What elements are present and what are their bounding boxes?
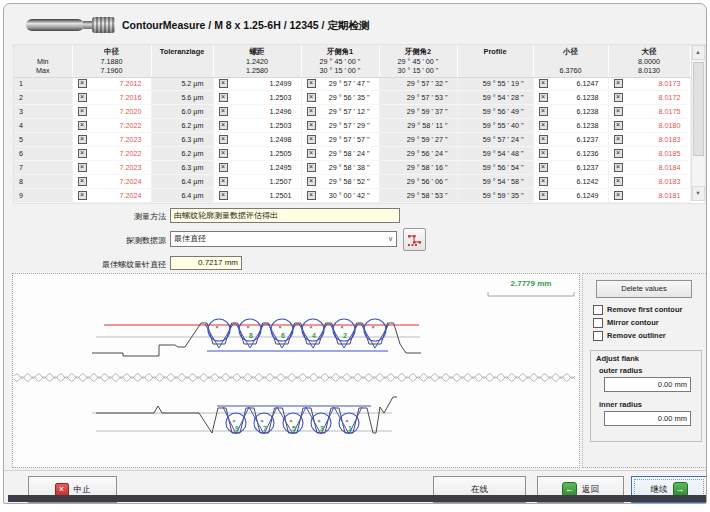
scroll-down-icon[interactable]: ▼ bbox=[692, 186, 705, 201]
checkbox-checked[interactable]: × bbox=[78, 163, 87, 172]
checkbox-checked[interactable]: × bbox=[539, 149, 548, 158]
table-row[interactable]: 2×7.20165.6 µm×1.2503×29 ° 56 ' 35 "29 °… bbox=[14, 91, 690, 105]
option-checkbox[interactable]: Remove first contour bbox=[593, 303, 682, 316]
measured-value: 6.1242 bbox=[577, 177, 608, 186]
measured-value: 5.6 µm bbox=[181, 93, 212, 102]
checkbox-checked[interactable]: × bbox=[219, 93, 228, 102]
table-row[interactable]: 5×7.20236.3 µm×1.2498×29 ° 57 ' 57 "29 °… bbox=[14, 133, 690, 147]
table-row[interactable]: 7×7.20236.3 µm×1.2495×29 ° 58 ' 38 "29 °… bbox=[14, 161, 690, 175]
column-header[interactable]: 螺距1.24201.2580 bbox=[213, 45, 301, 77]
option-checkbox[interactable]: Mirror contour bbox=[593, 316, 682, 329]
checkbox-checked[interactable]: × bbox=[78, 135, 87, 144]
checkbox-checked[interactable]: × bbox=[219, 121, 228, 130]
checkbox-checked[interactable]: × bbox=[614, 191, 623, 200]
column-header[interactable]: 牙侧角229 ° 45 ' 00 "30 ° 15 ' 00 " bbox=[379, 45, 457, 77]
measured-value: 29 ° 59 ' 27 " bbox=[407, 135, 457, 144]
column-header[interactable]: 牙侧角129 ° 45 ' 00 "30 ° 15 ' 00 " bbox=[301, 45, 379, 77]
checkbox-checked[interactable]: × bbox=[219, 79, 228, 88]
source-dropdown[interactable]: 最佳直径 ∨ bbox=[170, 231, 397, 247]
checkbox-checked[interactable]: × bbox=[539, 93, 548, 102]
checkbox-checked[interactable]: × bbox=[307, 191, 316, 200]
table-row[interactable]: 4×7.20226.2 µm×1.2503×29 ° 57 ' 29 "29 °… bbox=[14, 119, 690, 133]
checkbox-checked[interactable]: × bbox=[614, 79, 623, 88]
checkbox-checked[interactable]: × bbox=[78, 79, 87, 88]
checkbox-checked[interactable]: × bbox=[307, 135, 316, 144]
checkbox-checked[interactable]: × bbox=[539, 177, 548, 186]
checkbox-checked[interactable]: × bbox=[614, 93, 623, 102]
abort-label: 中止 bbox=[74, 484, 91, 496]
profile-points-button[interactable] bbox=[403, 228, 426, 251]
outer-radius-input[interactable]: 0.00 mm bbox=[604, 377, 691, 392]
checkbox-checked[interactable]: × bbox=[307, 177, 316, 186]
checkbox-checked[interactable]: × bbox=[614, 163, 623, 172]
checkbox-checked[interactable]: × bbox=[219, 177, 228, 186]
table-scrollbar[interactable]: ▲ ▼ bbox=[691, 45, 705, 201]
checkbox-checked[interactable]: × bbox=[307, 149, 316, 158]
checkbox-checked[interactable]: × bbox=[78, 177, 87, 186]
checkbox-checked[interactable]: × bbox=[78, 191, 87, 200]
measured-value: 29 ° 57 ' 32 " bbox=[407, 79, 457, 88]
checkbox-checked[interactable]: × bbox=[219, 149, 228, 158]
contour-plot-area: ××8×6×4×2××9×7×5×3×12.7779 mm bbox=[12, 273, 580, 468]
checkbox-checked[interactable]: × bbox=[614, 149, 623, 158]
checkbox-checked[interactable]: × bbox=[307, 93, 316, 102]
checkbox-checked[interactable]: × bbox=[539, 121, 548, 130]
method-field[interactable]: 由螺纹轮廓测量数据评估得出 bbox=[170, 208, 400, 223]
table-row[interactable]: 9×7.20246.4 µm×1.2501×30 ° 00 ' 42 "29 °… bbox=[14, 189, 690, 203]
wire-diameter-field[interactable]: 0.7217 mm bbox=[170, 256, 242, 270]
adjust-flank-title: Adjust flank bbox=[596, 354, 639, 363]
column-header[interactable]: 大径8.00008.0130 bbox=[608, 45, 690, 77]
column-header[interactable]: Profile bbox=[457, 45, 533, 77]
checkbox-checked[interactable]: × bbox=[539, 135, 548, 144]
measured-value: 1.2501 bbox=[270, 191, 301, 200]
table-row[interactable]: 8×7.20246.4 µm×1.2507×29 ° 58 ' 52 "29 °… bbox=[14, 175, 690, 189]
checkbox-checked[interactable]: × bbox=[539, 191, 548, 200]
contour-plot: ××8×6×4×2××9×7×5×3×12.7779 mm bbox=[13, 274, 577, 465]
checkbox-unchecked-icon[interactable] bbox=[593, 318, 603, 328]
scroll-up-icon[interactable]: ▲ bbox=[692, 45, 705, 60]
row-number: 6 bbox=[14, 149, 23, 158]
checkbox-checked[interactable]: × bbox=[539, 79, 548, 88]
checkbox-checked[interactable]: × bbox=[78, 93, 87, 102]
option-checkbox[interactable]: Remove outliner bbox=[593, 329, 682, 342]
checkbox-checked[interactable]: × bbox=[219, 163, 228, 172]
checkbox-checked[interactable]: × bbox=[78, 107, 87, 116]
checkbox-checked[interactable]: × bbox=[614, 177, 623, 186]
measured-value: 29 ° 59 ' 37 " bbox=[407, 107, 457, 116]
scale-label: 2.7779 mm bbox=[511, 279, 552, 288]
checkbox-checked[interactable]: × bbox=[539, 163, 548, 172]
checkbox-checked[interactable]: × bbox=[614, 107, 623, 116]
checkbox-checked[interactable]: × bbox=[219, 135, 228, 144]
checkbox-unchecked-icon[interactable] bbox=[593, 331, 603, 341]
checkbox-checked[interactable]: × bbox=[219, 107, 228, 116]
checkbox-checked[interactable]: × bbox=[307, 163, 316, 172]
column-header[interactable]: 中径7.18807.1960 bbox=[72, 45, 151, 77]
scrollbar-thumb[interactable] bbox=[693, 62, 704, 156]
table-row[interactable]: 6×7.20226.2 µm×1.2505×29 ° 58 ' 24 "29 °… bbox=[14, 147, 690, 161]
measured-value: 8.0183 bbox=[659, 177, 690, 186]
measured-value: 6.2 µm bbox=[181, 121, 212, 130]
inner-radius-input[interactable]: 0.00 mm bbox=[604, 411, 691, 426]
checkbox-checked[interactable]: × bbox=[219, 191, 228, 200]
table-row[interactable]: 3×7.20206.0 µm×1.2496×29 ° 57 ' 12 "29 °… bbox=[14, 105, 690, 119]
checkbox-label: Remove first contour bbox=[607, 305, 682, 314]
checkbox-checked[interactable]: × bbox=[78, 149, 87, 158]
checkbox-checked[interactable]: × bbox=[307, 107, 316, 116]
checkbox-checked[interactable]: × bbox=[539, 107, 548, 116]
measured-value: 29 ° 58 ' 38 " bbox=[329, 163, 379, 172]
wire-number: 3 bbox=[320, 425, 324, 432]
measured-value: 7.2012 bbox=[120, 79, 151, 88]
checkbox-checked[interactable]: × bbox=[614, 121, 623, 130]
measured-value: 6.1236 bbox=[577, 149, 608, 158]
checkbox-unchecked-icon[interactable] bbox=[593, 305, 603, 315]
wire-number: 5 bbox=[292, 425, 296, 432]
profile-points-icon bbox=[407, 232, 422, 247]
table-row[interactable]: 1×7.20125.2 µm×1.2499×29 ° 57 ' 47 "29 °… bbox=[14, 77, 690, 91]
checkbox-checked[interactable]: × bbox=[307, 79, 316, 88]
checkbox-checked[interactable]: × bbox=[307, 121, 316, 130]
delete-values-button[interactable]: Delete values bbox=[596, 280, 692, 298]
checkbox-checked[interactable]: × bbox=[78, 121, 87, 130]
checkbox-checked[interactable]: × bbox=[614, 135, 623, 144]
column-header[interactable]: 小径 6.3760 bbox=[533, 45, 608, 77]
column-header[interactable]: Toleranzlage bbox=[151, 45, 213, 77]
